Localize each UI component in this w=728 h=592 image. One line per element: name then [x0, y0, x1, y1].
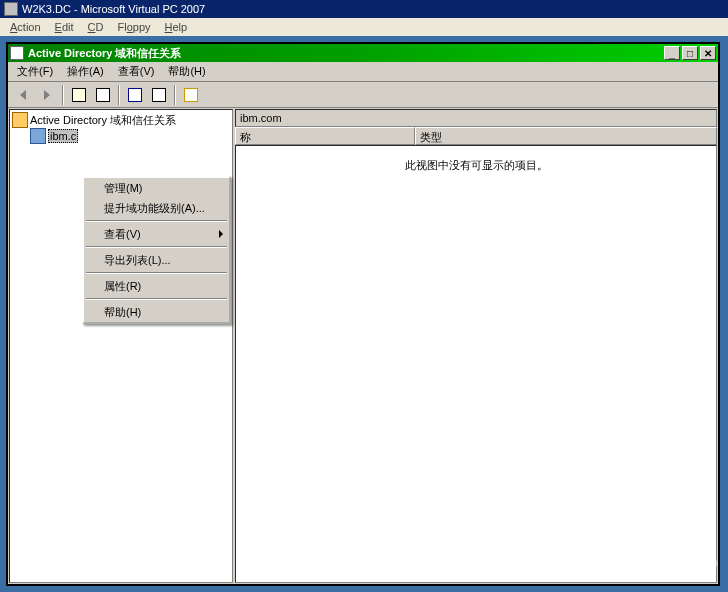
- empty-list-message: 此视图中没有可显示的项目。: [236, 146, 716, 173]
- column-type[interactable]: 类型: [415, 127, 717, 145]
- ad-toolbar: [8, 82, 718, 108]
- ad-menu-bar[interactable]: 文件(F) 操作(A) 查看(V) 帮助(H): [8, 62, 718, 82]
- watermark-blog: Blog: [678, 570, 718, 582]
- vpc-menu-floppy[interactable]: Floppy: [111, 20, 156, 34]
- right-list[interactable]: 此视图中没有可显示的项目。: [235, 145, 717, 583]
- vpc-app-icon: [4, 2, 18, 16]
- vpc-menu-bar[interactable]: Action Edit CD Floppy Help: [0, 18, 728, 36]
- domain-icon: [30, 128, 46, 144]
- toolbar-properties-button[interactable]: [124, 84, 146, 106]
- minimize-button[interactable]: _: [664, 46, 680, 60]
- folder-up-icon: [72, 88, 86, 102]
- vpc-title-bar: W2K3.DC - Microsoft Virtual PC 2007: [0, 0, 728, 18]
- menu-file[interactable]: 文件(F): [10, 62, 60, 81]
- vpc-title-text: W2K3.DC - Microsoft Virtual PC 2007: [22, 3, 205, 15]
- ctx-properties[interactable]: 属性(R): [84, 276, 229, 296]
- ctx-help[interactable]: 帮助(H): [84, 302, 229, 322]
- panel-icon: [96, 88, 110, 102]
- right-path-label: ibm.com: [240, 112, 282, 124]
- menu-action[interactable]: 操作(A): [60, 62, 111, 81]
- ctx-manage[interactable]: 管理(M): [84, 178, 229, 198]
- right-pane: ibm.com 称 类型 此视图中没有可显示的项目。: [235, 109, 717, 583]
- guest-desktop: Active Directory 域和信任关系 _ □ ✕ 文件(F) 操作(A…: [0, 36, 728, 592]
- toolbar-up-button[interactable]: [68, 84, 90, 106]
- ctx-raise-domain-level[interactable]: 提升域功能级别(A)...: [84, 198, 229, 218]
- menu-help[interactable]: 帮助(H): [161, 62, 212, 81]
- toolbar-refresh-button[interactable]: [148, 84, 170, 106]
- toolbar-forward-button[interactable]: [36, 84, 58, 106]
- tree-root-label: Active Directory 域和信任关系: [30, 113, 176, 128]
- ctx-separator: [86, 272, 227, 274]
- ctx-view[interactable]: 查看(V): [84, 224, 229, 244]
- context-menu[interactable]: 管理(M) 提升域功能级别(A)... 查看(V) 导出列表(L)... 属性(…: [82, 176, 231, 324]
- toolbar-separator: [174, 85, 176, 105]
- ctx-export-list[interactable]: 导出列表(L)...: [84, 250, 229, 270]
- ctx-separator: [86, 246, 227, 248]
- tree-root-icon: [12, 112, 28, 128]
- vpc-menu-cd[interactable]: CD: [82, 20, 110, 34]
- close-button[interactable]: ✕: [700, 46, 716, 60]
- submenu-arrow-icon: [219, 230, 223, 238]
- refresh-icon: [152, 88, 166, 102]
- tree-node-domain[interactable]: ibm.c: [30, 128, 230, 144]
- help-icon: [184, 88, 198, 102]
- arrow-left-icon: [20, 90, 26, 100]
- right-path-bar: ibm.com: [235, 109, 717, 127]
- ad-app-icon: [10, 46, 24, 60]
- column-name[interactable]: 称: [235, 127, 415, 145]
- watermark: 51CTO.com 技术博客 Blog: [603, 543, 718, 582]
- ad-title-text: Active Directory 域和信任关系: [28, 46, 181, 61]
- toolbar-separator: [118, 85, 120, 105]
- column-headers[interactable]: 称 类型: [235, 127, 717, 145]
- toolbar-show-hide-button[interactable]: [92, 84, 114, 106]
- maximize-button[interactable]: □: [682, 46, 698, 60]
- ad-title-bar[interactable]: Active Directory 域和信任关系 _ □ ✕: [8, 44, 718, 62]
- ctx-view-label: 查看(V): [104, 227, 141, 242]
- menu-view[interactable]: 查看(V): [111, 62, 162, 81]
- ctx-separator: [86, 298, 227, 300]
- vpc-menu-action[interactable]: Action: [4, 20, 47, 34]
- toolbar-back-button[interactable]: [12, 84, 34, 106]
- toolbar-help-button[interactable]: [180, 84, 202, 106]
- watermark-tagline: 技术博客: [603, 570, 663, 582]
- ctx-separator: [86, 220, 227, 222]
- watermark-brand: 51CTO.com: [657, 556, 718, 568]
- toolbar-separator: [62, 85, 64, 105]
- tree-node-domain-label: ibm.c: [48, 129, 78, 143]
- vpc-menu-edit[interactable]: Edit: [49, 20, 80, 34]
- arrow-right-icon: [44, 90, 50, 100]
- properties-icon: [128, 88, 142, 102]
- tree-root-node[interactable]: Active Directory 域和信任关系: [12, 112, 230, 128]
- vpc-menu-help[interactable]: Help: [159, 20, 194, 34]
